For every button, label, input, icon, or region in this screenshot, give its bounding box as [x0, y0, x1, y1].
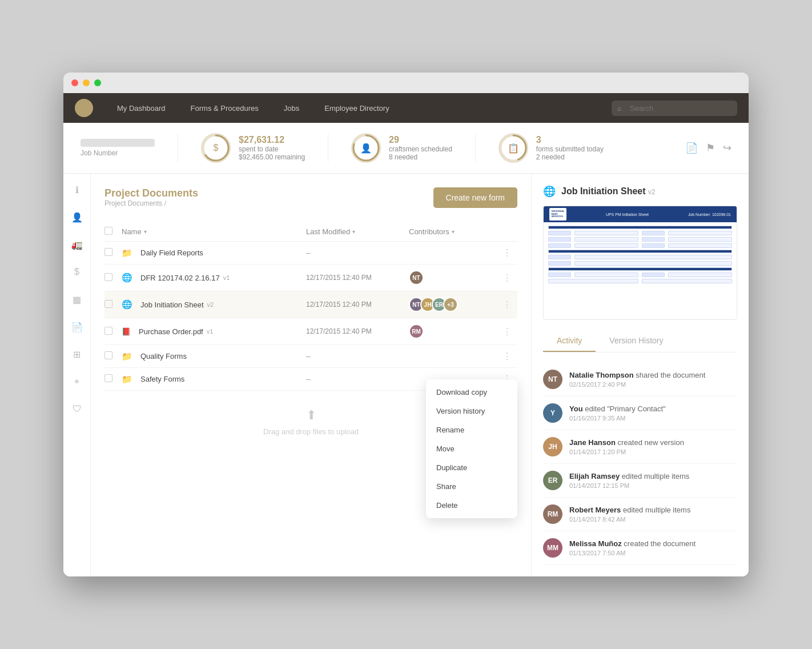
sidebar-icon-person[interactable]: 👤 [69, 209, 85, 225]
activity-action-text: created the document [624, 539, 696, 548]
nav-employee-directory[interactable]: Employee Directory [312, 93, 401, 123]
create-new-form-button[interactable]: Create new form [433, 187, 517, 208]
search-icon: ⌕ [617, 104, 622, 113]
detail-header: 🌐 Job Initiation Sheet v2 [543, 185, 737, 198]
sidebar-icon-grid[interactable]: ⊞ [69, 346, 85, 362]
activity-item: Y You edited "Primary Contact" 01/16/201… [543, 396, 737, 430]
contributor-avatars: RM [409, 324, 500, 339]
preview-cell [642, 279, 732, 283]
sidebar-icon-truck[interactable]: 🚛 [69, 237, 85, 253]
preview-cell [574, 255, 732, 259]
sort-modified-button[interactable]: Last Modified ▾ [306, 227, 409, 236]
sidebar-icon-document[interactable]: 📄 [69, 319, 85, 335]
row-menu-button[interactable]: ⋮ [500, 271, 514, 285]
nav-my-dashboard[interactable]: My Dashboard [104, 93, 178, 123]
sidebar-icon-dollar[interactable]: $ [69, 264, 85, 280]
document-preview[interactable]: UNIVERSALMARTSERVICES. UPS PM Initiation… [543, 206, 737, 320]
file-name-text: DFR 120174.02 2.16.17 [140, 274, 220, 282]
craftsmen-value: 29 [389, 135, 452, 145]
row-modified: -- [306, 352, 409, 360]
close-dot[interactable] [71, 79, 78, 86]
flag-action-icon[interactable]: ⚑ [706, 142, 715, 154]
file-name-text: Job Initiation Sheet [140, 301, 204, 309]
preview-row [548, 279, 732, 283]
sort-contributors-button[interactable]: Contributors ▾ [409, 227, 500, 236]
row-check [104, 248, 122, 258]
nav-links: My Dashboard Forms & Procedures Jobs Emp… [104, 93, 612, 123]
sort-contributors-icon: ▾ [452, 229, 455, 235]
tab-activity[interactable]: Activity [543, 330, 596, 352]
preview-form-body [544, 222, 737, 319]
row-checkbox[interactable] [104, 248, 112, 256]
maximize-dot[interactable] [94, 79, 101, 86]
preview-cell [548, 261, 571, 266]
craftsmen-sub: 8 needed [389, 153, 452, 161]
activity-body: Natalie Thompson shared the document 02/… [569, 370, 705, 389]
nav-forms-procedures[interactable]: Forms & Procedures [178, 93, 271, 123]
row-checkbox[interactable] [104, 351, 112, 359]
select-all-checkbox[interactable] [104, 227, 112, 235]
file-name-text: Safety Forms [140, 375, 184, 383]
preview-cell [548, 273, 571, 277]
job-number-label: Job Number [81, 149, 155, 157]
search-input[interactable] [612, 101, 737, 116]
preview-cell [548, 243, 571, 248]
folder-icon: 📁 [122, 374, 132, 384]
nav-jobs[interactable]: Jobs [271, 93, 312, 123]
activity-item: JH Jane Hanson created new version 01/14… [543, 430, 737, 464]
context-version-history[interactable]: Version history [426, 402, 517, 420]
preview-row [548, 226, 732, 229]
file-version-badge: v1 [223, 274, 230, 281]
preview-cell [642, 243, 665, 248]
spent-remaining: $92,465.00 remaining [239, 153, 305, 161]
job-number-value [81, 139, 155, 147]
sort-name-button[interactable]: Name ▾ [122, 227, 306, 236]
sidebar-icon-calendar[interactable]: ▦ [69, 291, 85, 307]
stat-craftsmen-circle: 👤 [351, 133, 381, 163]
contributors-header-label: Contributors [409, 227, 449, 236]
row-menu-button[interactable]: ⋮ [500, 324, 514, 339]
row-checkbox[interactable] [104, 327, 112, 335]
activity-item: NT Natalie Thompson shared the document … [543, 363, 737, 396]
document-action-icon[interactable]: 📄 [685, 142, 698, 154]
row-checkbox[interactable] [104, 374, 112, 382]
folder-icon: 📁 [122, 351, 132, 362]
activity-user-name: Melissa Muñoz [569, 539, 624, 548]
context-rename[interactable]: Rename [426, 420, 517, 439]
user-avatar[interactable] [75, 99, 93, 117]
row-modified: -- [306, 375, 409, 383]
row-checkbox[interactable] [104, 273, 112, 281]
job-number-stat: Job Number [81, 139, 155, 157]
row-actions: ⋮ [500, 273, 517, 283]
sidebar-icon-info[interactable]: ℹ [69, 182, 85, 198]
forms-sub: 2 needed [536, 153, 604, 161]
row-menu-button[interactable]: ⋮ [500, 298, 514, 312]
context-download-copy[interactable]: Download copy [426, 383, 517, 402]
sidebar-icon-location[interactable]: ⌖ [69, 374, 85, 390]
activity-body: Melissa Muñoz created the document 01/13… [569, 538, 696, 558]
sidebar-icon-shield[interactable]: 🛡 [69, 401, 85, 417]
tab-version-history[interactable]: Version History [596, 330, 677, 352]
row-name: 📕 Purchase Order.pdf v1 [122, 327, 306, 336]
minimize-dot[interactable] [83, 79, 90, 86]
craftsmen-progress-svg [351, 133, 381, 163]
file-name-text: Purchase Order.pdf [139, 327, 203, 336]
stat-spent-info: $27,631.12 spent to date $92,465.00 rema… [239, 135, 305, 161]
contributor-avatars: NT JH ER +3 [409, 297, 500, 312]
header-name: Name ▾ [122, 227, 306, 236]
detail-globe-icon: 🌐 [543, 185, 556, 198]
row-menu-button[interactable]: ⋮ [500, 246, 514, 260]
preview-doc-title: UPS PM Initiation Sheet [606, 213, 649, 217]
share-action-icon[interactable]: ↪ [723, 142, 731, 154]
context-delete[interactable]: Delete [426, 496, 517, 515]
context-duplicate[interactable]: Duplicate [426, 458, 517, 477]
file-header: Project Documents Project Documents / Cr… [104, 187, 517, 219]
row-name: 🌐 Job Initiation Sheet v2 [122, 299, 306, 310]
preview-cell [642, 237, 665, 242]
craftsmen-label: craftsmen scheduled [389, 145, 452, 153]
spent-label: spent to date [239, 145, 305, 153]
context-move[interactable]: Move [426, 439, 517, 458]
row-checkbox[interactable] [104, 300, 112, 308]
context-share[interactable]: Share [426, 477, 517, 496]
row-menu-button[interactable]: ⋮ [500, 349, 514, 363]
